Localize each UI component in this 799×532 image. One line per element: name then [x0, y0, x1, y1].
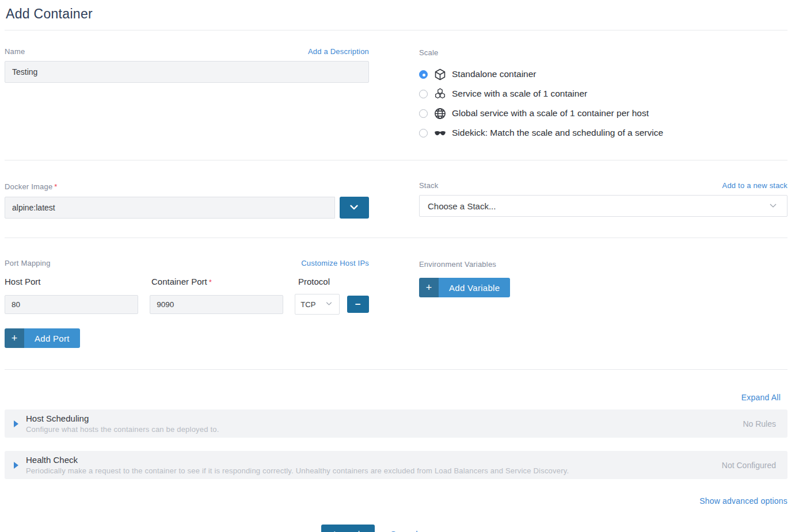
remove-port-button[interactable]: − [347, 296, 369, 313]
host-port-input[interactable] [5, 295, 138, 314]
port-column-headers: Host Port Container Port* Protocol [5, 277, 369, 287]
section-ports-env: Port Mapping Customize Host IPs Host Por… [5, 238, 787, 369]
container-port-column-label: Container Port [151, 277, 207, 286]
add-variable-button[interactable]: + Add Variable [419, 278, 510, 297]
minus-icon: − [355, 300, 361, 309]
stack-label: Stack [419, 181, 439, 190]
scale-option-label: Standalone container [452, 69, 537, 79]
radio-standalone[interactable] [419, 70, 428, 79]
environment-variables-group: Environment Variables + Add Variable [419, 259, 787, 369]
section-name-scale: Name Add a Description Scale Standalone … [5, 30, 787, 160]
name-label: Name [5, 47, 25, 56]
page-title: Add Container [5, 0, 787, 30]
docker-image-label: Docker Image [5, 182, 52, 191]
scale-option-label: Sidekick: Match the scale and scheduling… [452, 128, 663, 138]
health-check-description: Periodically make a request to the conta… [26, 466, 722, 475]
globe-icon [433, 107, 447, 120]
stack-select[interactable]: Choose a Stack... [419, 195, 787, 217]
stack-group: Stack Add to a new stack Choose a Stack.… [419, 181, 787, 219]
protocol-select-value: TCP [300, 300, 315, 309]
name-input[interactable] [5, 61, 369, 83]
add-variable-button-label: Add Variable [439, 278, 510, 297]
host-scheduling-accordion[interactable]: Host Scheduling Configure what hosts the… [5, 409, 787, 438]
host-scheduling-status: No Rules [743, 419, 778, 428]
scale-option-service[interactable]: Service with a scale of 1 container [419, 84, 787, 104]
section-advanced: Expand All Host Scheduling Configure wha… [5, 370, 787, 506]
scale-option-label: Global service with a scale of 1 contain… [452, 108, 649, 118]
footer-actions: Launch Cancel [0, 525, 761, 532]
docker-image-input[interactable] [5, 197, 335, 219]
required-asterisk: * [209, 278, 212, 286]
host-scheduling-title: Host Scheduling [26, 414, 743, 423]
radio-sidekick[interactable] [419, 129, 428, 137]
add-description-link[interactable]: Add a Description [308, 47, 369, 56]
add-new-stack-link[interactable]: Add to a new stack [722, 181, 787, 190]
protocol-column-label: Protocol [298, 277, 350, 287]
port-mapping-group: Port Mapping Customize Host IPs Host Por… [5, 259, 369, 369]
add-port-button-label: Add Port [24, 328, 80, 348]
customize-host-ips-link[interactable]: Customize Host IPs [301, 259, 369, 267]
health-check-title: Health Check [26, 455, 722, 465]
name-field-group: Name Add a Description [5, 47, 369, 143]
scale-options: Standalone container Service with a scal… [419, 64, 787, 143]
environment-variables-label: Environment Variables [419, 260, 496, 269]
radio-global[interactable] [419, 109, 428, 118]
plus-icon: + [419, 278, 439, 297]
plus-icon: + [5, 328, 24, 348]
health-check-accordion[interactable]: Health Check Periodically make a request… [5, 451, 787, 479]
chevron-down-icon [767, 200, 779, 213]
protocol-select[interactable]: TCP [295, 294, 339, 315]
add-port-button[interactable]: + Add Port [5, 328, 80, 348]
health-check-status: Not Configured [722, 461, 778, 470]
host-port-column-label: Host Port [5, 277, 151, 287]
required-asterisk: * [54, 182, 57, 191]
expand-triangle-icon[interactable] [14, 462, 18, 469]
expand-all-link[interactable]: Expand All [741, 393, 781, 402]
cubes-icon [433, 87, 447, 101]
container-port-input[interactable] [150, 295, 283, 314]
mask-icon [433, 127, 447, 140]
show-advanced-options-link[interactable]: Show advanced options [699, 496, 787, 506]
launch-button[interactable]: Launch [321, 525, 375, 532]
radio-service[interactable] [419, 90, 428, 98]
scale-label: Scale [419, 48, 439, 57]
expand-triangle-icon[interactable] [14, 420, 18, 427]
scale-option-label: Service with a scale of 1 container [452, 89, 587, 99]
host-scheduling-description: Configure what hosts the containers can … [26, 425, 743, 434]
scale-option-standalone[interactable]: Standalone container [419, 64, 787, 84]
docker-image-group: Docker Image* [5, 181, 369, 219]
cancel-link[interactable]: Cancel [390, 529, 417, 532]
add-container-page: Add Container Name Add a Description Sca… [0, 0, 799, 532]
scale-group: Scale Standalone container Service with … [419, 47, 787, 143]
port-mapping-label: Port Mapping [5, 259, 51, 267]
stack-select-value: Choose a Stack... [428, 201, 496, 211]
docker-image-dropdown-button[interactable] [340, 197, 369, 219]
cube-icon [433, 68, 447, 81]
chevron-down-icon [324, 298, 334, 310]
scale-option-sidekick[interactable]: Sidekick: Match the scale and scheduling… [419, 123, 787, 143]
port-mapping-row: TCP − [5, 294, 369, 315]
scale-option-global[interactable]: Global service with a scale of 1 contain… [419, 104, 787, 123]
chevron-down-icon [348, 201, 360, 215]
section-image-stack: Docker Image* Stack Add to a new stack C… [5, 160, 787, 238]
